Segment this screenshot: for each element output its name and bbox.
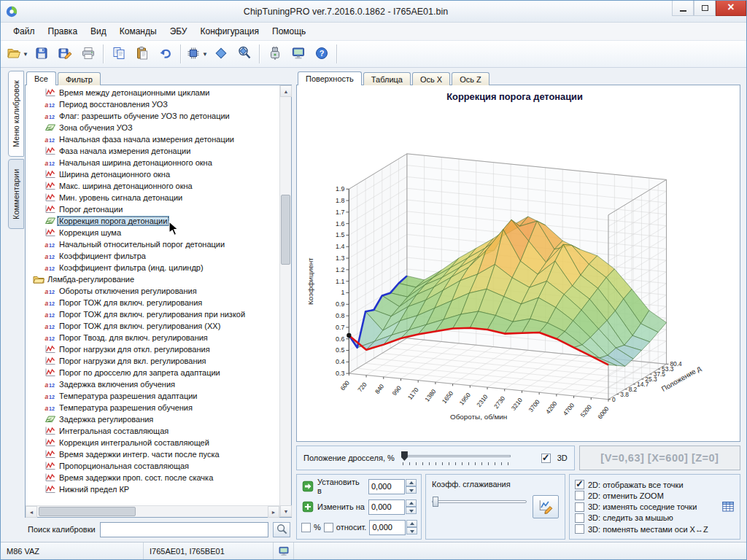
tree-item[interactable]: a12Задержка включения обучения (26, 378, 279, 390)
tree-item[interactable]: Пропорциональная составляющая (26, 460, 279, 472)
throttle-slider[interactable] (401, 449, 511, 467)
toolbar-read-ecu-button[interactable]: ▼ (185, 44, 209, 64)
scroll-right-icon[interactable] (268, 506, 279, 518)
tab-all[interactable]: Все (26, 71, 56, 85)
toolbar-ecu-monitor-button[interactable] (287, 44, 309, 64)
tree-item[interactable]: Порог по дросселю для запрета адаптации (26, 367, 279, 378)
tab-table[interactable]: Таблица (363, 72, 411, 85)
option-checkbox[interactable] (575, 491, 584, 500)
tree-item[interactable]: Коррекция порога детонации (26, 215, 279, 227)
spin-down-icon[interactable] (406, 486, 417, 494)
dropdown-arrow-icon[interactable]: ▼ (23, 51, 28, 58)
spin-down-icon[interactable] (406, 527, 417, 534)
scroll-left-icon[interactable] (26, 506, 37, 518)
set-value-spinner[interactable] (368, 479, 417, 494)
tree-item[interactable]: a12Температура разрешения обучения (26, 402, 279, 413)
tree-item[interactable]: Время задержки интегр. части после пуска (26, 448, 279, 460)
toolbar-save-edit-button[interactable] (54, 44, 76, 64)
change-value-input[interactable] (368, 499, 405, 515)
side-tab-calibration-menu[interactable]: Меню калибровок (8, 71, 24, 157)
menu-item-4[interactable]: Команды (113, 23, 163, 39)
tree-item[interactable]: Макс. ширина детонационного окна (26, 180, 279, 192)
tree-item[interactable]: a12Порог ТОЖ для включ. регулирования пр… (26, 308, 279, 320)
toolbar-help-button[interactable]: ? (311, 44, 333, 64)
relative-checkbox[interactable] (324, 523, 333, 532)
tree-item[interactable]: a12Порог ТОЖ для включ. регулирования (X… (26, 320, 279, 332)
tree-item[interactable]: Ширина детонационного окна (26, 168, 279, 180)
option-checkbox[interactable] (575, 513, 584, 523)
menu-item-7[interactable]: Помощь (266, 23, 312, 39)
tree-item[interactable]: a12Коэффициент фильтра (26, 250, 279, 262)
spin-up-icon[interactable] (406, 479, 417, 486)
3d-checkbox[interactable] (541, 454, 551, 463)
view-option-row[interactable]: 2D: отображать все точки (575, 479, 735, 490)
surface-chart[interactable]: 0.30.40.50.60.70.80.911.11.21.31.41.51.6… (297, 85, 740, 441)
tree-item[interactable]: a12Период восстановления УОЗ (26, 98, 279, 110)
toolbar-programmer-button[interactable] (264, 44, 286, 64)
spin-up-icon[interactable] (406, 520, 417, 527)
search-button[interactable] (273, 522, 290, 537)
view-option-row[interactable]: 3D: поменять местами оси X↔Z (575, 524, 735, 534)
tree-item[interactable]: a12Порог Твозд. для включ. регулирования (26, 332, 279, 343)
view-option-row[interactable]: 2D: отменить ZOOM (575, 490, 735, 501)
slider-thumb[interactable] (433, 497, 438, 507)
set-value-input[interactable] (368, 479, 405, 494)
tree-item[interactable]: a12Порог ТОЖ для включ. регулирования (26, 297, 279, 308)
tree-item[interactable]: Задержка регулирования (26, 413, 279, 425)
tree-item[interactable]: Время задержки проп. сост. после скачка (26, 472, 279, 483)
option-checkbox[interactable] (575, 524, 584, 534)
tree-item[interactable]: Коррекция интегральной составляющей (26, 437, 279, 448)
apply-smoothing-button[interactable] (533, 495, 559, 518)
view-option-row[interactable]: 3D: следить за мышью (575, 513, 735, 524)
close-button[interactable] (716, 1, 746, 16)
scroll-down-icon[interactable] (280, 505, 292, 517)
tab-filter[interactable]: Фильтр (58, 72, 101, 85)
tree-item[interactable]: a12Обороты отключения регулирования (26, 285, 279, 297)
tree-item[interactable]: a12Начальный относительный порог детонац… (26, 238, 279, 250)
tree-item[interactable]: Порог детонации (26, 203, 279, 215)
minimize-button[interactable] (672, 1, 694, 16)
tab-axis-x[interactable]: Ось X (412, 72, 450, 85)
option-checkbox[interactable] (575, 480, 584, 489)
tree-item[interactable]: Коррекция шума (26, 227, 279, 238)
toolbar-paste-button[interactable] (131, 44, 153, 64)
tree-vertical-scrollbar[interactable] (279, 85, 291, 517)
slider-thumb[interactable] (401, 451, 408, 461)
search-input[interactable] (100, 522, 268, 537)
maximize-button[interactable] (694, 1, 716, 16)
change-value-spinner[interactable] (368, 499, 417, 515)
menu-item-5[interactable]: ЭБУ (163, 23, 194, 39)
side-tab-comments[interactable]: Комментарии (8, 159, 24, 229)
view-option-row[interactable]: 3D: изменять соседние точки (575, 502, 735, 513)
toolbar-checksum-button[interactable] (210, 44, 232, 64)
toolbar-find-map-button[interactable] (233, 44, 255, 64)
tree-item[interactable]: Мин. уровень сигнала детонации (26, 192, 279, 203)
tree-item[interactable]: a12Флаг: разрешить обучение УОЗ по детон… (26, 110, 279, 122)
tree-item[interactable]: Интегральная составляющая (26, 425, 279, 437)
toolbar-save-button[interactable] (31, 44, 53, 64)
tree-item[interactable]: Время между детонационными циклами (26, 87, 279, 98)
tree-item[interactable]: a12Температура разрешения адаптации (26, 390, 279, 402)
tree-item[interactable]: Фаза начала измерения детонации (26, 145, 279, 157)
tab-axis-z[interactable]: Ось Z (452, 72, 489, 85)
menu-item-2[interactable]: Правка (42, 23, 85, 39)
tree-item[interactable]: Порог нагрузки для откл. регулирования (26, 343, 279, 355)
spin-up-icon[interactable] (406, 499, 417, 507)
relative-spinner[interactable] (369, 520, 417, 535)
tree-item[interactable]: a12Начальная фаза начала измерения детон… (26, 133, 279, 145)
tree-item[interactable]: Порог нагрузки для вкл. регулирования (26, 355, 279, 367)
tree-item[interactable]: a12Начальная ширина детонационного окна (26, 157, 279, 168)
vscrollbar-thumb[interactable] (281, 195, 290, 264)
dropdown-arrow-icon[interactable]: ▼ (202, 51, 208, 58)
smoothing-slider[interactable] (432, 495, 527, 508)
grid-icon[interactable] (722, 501, 735, 513)
relative-input[interactable] (369, 520, 406, 535)
menu-item-1[interactable]: Файл (7, 23, 42, 39)
tab-surface[interactable]: Поверхность (298, 71, 362, 85)
tree-item[interactable]: Зона обучения УОЗ (26, 122, 279, 133)
toolbar-print-button[interactable] (77, 44, 99, 64)
scroll-up-icon[interactable] (280, 85, 292, 97)
spin-down-icon[interactable] (406, 507, 417, 514)
toolbar-copy-button[interactable] (108, 44, 130, 64)
menu-item-6[interactable]: Конфигурация (193, 23, 266, 39)
